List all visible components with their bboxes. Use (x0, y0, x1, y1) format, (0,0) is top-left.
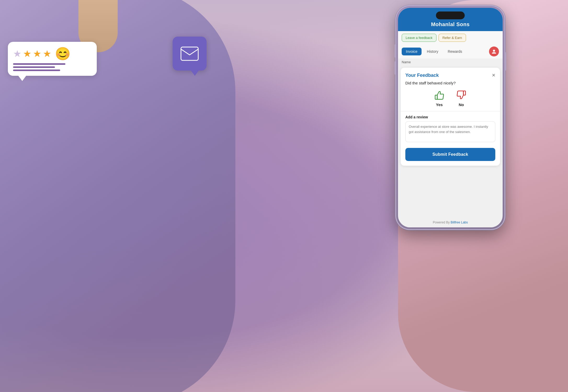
feedback-modal-card: Your Feedback × Did the staff behaved ni… (401, 68, 500, 166)
svg-point-1 (493, 50, 495, 52)
stars-row: ★ ★ ★ ★ 😊 (13, 47, 71, 61)
leave-feedback-button[interactable]: Leave a feedback (402, 34, 436, 42)
footer: Powered By Billfree Labs (398, 217, 503, 227)
email-speech-bubble (173, 37, 207, 71)
powered-by-text: Powered By (433, 221, 451, 224)
close-modal-button[interactable]: × (492, 72, 495, 78)
smiley-emoji: 😊 (55, 47, 71, 61)
bubble-line-1 (13, 63, 65, 65)
bubble-line-3 (13, 70, 60, 71)
name-field-label: Name (398, 59, 503, 66)
add-review-label: Add a review (405, 115, 495, 119)
star-3: ★ (43, 48, 51, 59)
modal-title: Your Feedback (405, 73, 439, 78)
tab-rewards[interactable]: Rewards (444, 48, 466, 55)
no-option[interactable]: No (456, 89, 467, 107)
tab-history[interactable]: History (423, 48, 442, 55)
svg-rect-3 (463, 91, 465, 95)
user-icon (491, 49, 497, 54)
phone-outer: Mohanlal Sons Leave a feedback Refer & E… (395, 5, 505, 230)
star-empty: ★ (13, 48, 21, 59)
power-button[interactable] (505, 52, 506, 71)
action-buttons-row: Leave a feedback Refer & Earn (398, 31, 503, 44)
user-avatar-button[interactable] (489, 47, 499, 56)
tab-invoice[interactable]: Invoice (402, 48, 422, 55)
nav-tabs-row: Invoice History Rewards (398, 44, 503, 59)
envelope-icon (180, 47, 199, 61)
submit-feedback-button[interactable]: Submit Feedback (405, 148, 495, 161)
no-label: No (459, 102, 464, 107)
phone-mockup: Mohanlal Sons Leave a feedback Refer & E… (395, 5, 505, 230)
svg-rect-2 (435, 95, 437, 99)
refer-earn-button[interactable]: Refer & Earn (439, 34, 466, 42)
store-name: Mohanlal Sons (403, 21, 497, 27)
star-2: ★ (33, 48, 41, 59)
modal-divider (401, 111, 500, 111)
thumbs-up-icon (434, 89, 445, 101)
feedback-question: Did the staff behaved nicely? (405, 81, 495, 85)
yes-label: Yes (436, 102, 443, 107)
bubble-content: ★ ★ ★ ★ 😊 (13, 47, 71, 71)
thumbs-down-icon (456, 89, 467, 101)
review-section: Add a review (405, 115, 495, 144)
feedback-options: Yes No (405, 89, 495, 107)
volume-down-button[interactable] (394, 61, 396, 74)
volume-up-button[interactable] (394, 44, 396, 57)
rating-speech-bubble: ★ ★ ★ ★ 😊 (8, 42, 97, 76)
billfree-link[interactable]: Billfree Labs (451, 221, 468, 224)
svg-rect-0 (181, 47, 198, 60)
yes-option[interactable]: Yes (434, 89, 445, 107)
bubble-lines (13, 63, 71, 71)
modal-header: Your Feedback × (405, 72, 495, 78)
dynamic-island (436, 11, 465, 19)
star-1: ★ (23, 48, 31, 59)
phone-screen: Mohanlal Sons Leave a feedback Refer & E… (398, 8, 503, 227)
bubble-line-2 (13, 66, 55, 68)
review-textarea[interactable] (405, 121, 495, 142)
